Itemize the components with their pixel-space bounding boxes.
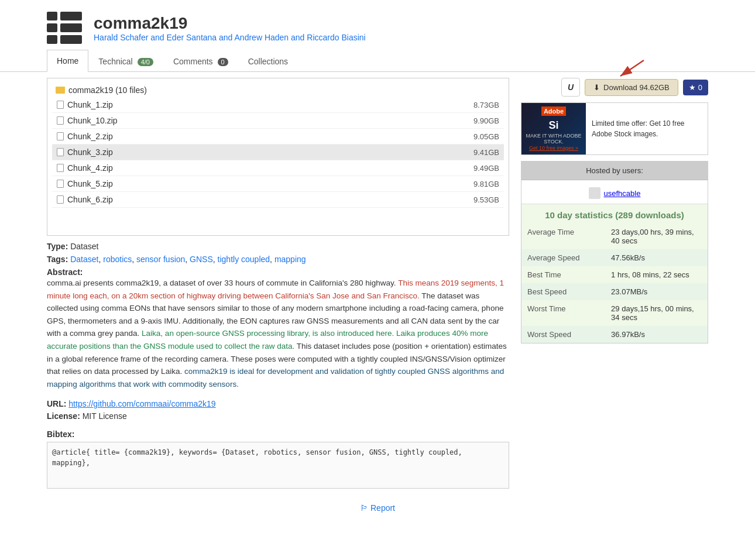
tag-link[interactable]: sensor fusion <box>136 255 185 264</box>
report-link[interactable]: 🏳 Report <box>9 503 746 513</box>
file-row[interactable]: Chunk_4.zip 9.49GB <box>52 160 504 176</box>
url-label: URL: <box>47 399 66 408</box>
stats-row: Worst Time 29 days,15 hrs, 00 mins, 34 s… <box>521 300 708 326</box>
file-name: Chunk_10.zip <box>57 116 118 125</box>
tab-comments[interactable]: Comments 0 <box>163 50 238 72</box>
file-row[interactable]: Chunk_5.zip 9.81GB <box>52 176 504 192</box>
file-name: Chunk_4.zip <box>57 163 113 173</box>
ad-banner: Adobe Si MAKE IT WITH ADOBE STOCK. Get 1… <box>521 102 708 155</box>
stat-label: Worst Speed <box>521 326 605 343</box>
page-header: comma2k19 Harald Schafer and Eder Santan… <box>0 0 755 50</box>
file-size: 9.53GB <box>473 195 499 204</box>
hosted-user-link[interactable]: usefhcable <box>604 189 641 198</box>
file-row-selected[interactable]: Chunk_3.zip 9.41GB <box>52 145 504 160</box>
tab-home[interactable]: Home <box>47 50 88 72</box>
file-row[interactable]: Chunk_10.zip 9.90GB <box>52 113 504 129</box>
tags-label: Tags: <box>47 255 68 264</box>
author-link[interactable]: Andrew Haden <box>235 33 289 42</box>
star-button[interactable]: ★ 0 <box>683 80 708 95</box>
file-label: Chunk_6.zip <box>67 195 113 204</box>
stat-label: Best Time <box>521 266 605 283</box>
tags-line: Tags: Dataset, robotics, sensor fusion, … <box>47 255 509 264</box>
bibtex-box[interactable]: @article{ title= {comma2k19}, keywords= … <box>47 442 509 489</box>
logo-cell <box>60 35 82 44</box>
comments-badge: 0 <box>218 58 228 66</box>
file-size: 9.81GB <box>473 180 499 188</box>
bibtex-label: Bibtex: <box>47 430 74 439</box>
author-link[interactable]: Riccardo Biasini <box>307 33 365 42</box>
stat-value: 23 days,00 hrs, 39 mins, 40 secs <box>605 224 708 249</box>
folder-name: comma2k19 (10 files) <box>68 85 147 95</box>
file-size: 9.05GB <box>473 132 499 141</box>
authors-list: Harald Schafer and Eder Santana and Andr… <box>94 33 366 42</box>
stat-value: 47.56kB/s <box>605 249 708 266</box>
abstract-text: comma.ai presents comma2k19, a dataset o… <box>47 277 509 390</box>
file-icon <box>57 180 64 188</box>
download-button[interactable]: ⬇ Download 94.62GB <box>585 79 678 96</box>
file-size: 9.41GB <box>473 148 499 157</box>
tag-link[interactable]: GNSS <box>190 255 213 264</box>
stat-label: Best Speed <box>521 283 605 300</box>
technical-badge: 4/0 <box>138 58 153 66</box>
ad-image-inner: Adobe Si MAKE IT WITH ADOBE STOCK. Get 1… <box>521 106 586 151</box>
file-name: Chunk_1.zip <box>57 100 113 109</box>
logo-cell <box>47 12 57 20</box>
abstract-label: Abstract: <box>47 267 83 277</box>
hosted-by-label: Hosted by users: <box>586 166 643 175</box>
file-label: Chunk_1.zip <box>67 100 113 109</box>
stats-header: Hosted by users: <box>521 162 708 180</box>
content-area: Type: Dataset Tags: Dataset, robotics, s… <box>47 236 509 494</box>
type-value: Dataset <box>70 242 98 251</box>
stat-value: 29 days,15 hrs, 00 mins, 34 secs <box>605 300 708 326</box>
file-browser[interactable]: comma2k19 (10 files) Chunk_1.zip 8.73GB … <box>47 78 509 236</box>
nav-tabs: Home Technical 4/0 Comments 0 Collection… <box>0 50 755 72</box>
ad-text: Limited time offer: Get 10 free Adobe St… <box>592 119 685 138</box>
ad-image: Adobe Si MAKE IT WITH ADOBE STOCK. Get 1… <box>521 102 586 155</box>
hosted-by-area: usefhcable <box>521 180 708 204</box>
stats-title: 10 day statistics (289 downloads) <box>521 204 708 224</box>
ad-cta-link[interactable]: Get 10 free images » <box>529 145 578 151</box>
stats-row: Average Time 23 days,00 hrs, 39 mins, 40… <box>521 224 708 249</box>
type-line: Type: Dataset <box>47 242 509 251</box>
file-name: Chunk_6.zip <box>57 195 113 204</box>
tag-link[interactable]: Dataset <box>70 255 98 264</box>
file-row[interactable]: Chunk_1.zip 8.73GB <box>52 97 504 113</box>
ad-text-area: Limited time offer: Get 10 free Adobe St… <box>586 112 708 145</box>
folder-icon <box>56 87 65 94</box>
stats-row: Best Speed 23.07MB/s <box>521 283 708 300</box>
tag-link[interactable]: mapping <box>274 255 306 264</box>
file-size: 9.49GB <box>473 164 499 173</box>
stat-label: Worst Time <box>521 300 605 326</box>
file-size: 9.90GB <box>473 116 499 125</box>
stats-row: Best Time 1 hrs, 08 mins, 22 secs <box>521 266 708 283</box>
author-link[interactable]: Harald Schafer <box>94 33 148 42</box>
file-name: Chunk_5.zip <box>57 179 113 188</box>
report-footer[interactable]: 🏳 Report <box>0 494 755 521</box>
tab-collections[interactable]: Collections <box>238 50 298 72</box>
file-icon <box>57 195 64 204</box>
tag-link[interactable]: robotics <box>103 255 132 264</box>
tab-technical[interactable]: Technical 4/0 <box>88 50 163 72</box>
main-layout: comma2k19 (10 files) Chunk_1.zip 8.73GB … <box>0 72 755 494</box>
file-icon <box>57 164 64 172</box>
report-label: Report <box>370 503 395 513</box>
logo-cell <box>47 35 57 44</box>
file-row[interactable]: Chunk_2.zip 9.05GB <box>52 129 504 145</box>
adobe-logo: Adobe <box>541 106 566 116</box>
file-icon <box>57 132 64 140</box>
download-icon: ⬇ <box>593 83 600 92</box>
type-label: Type: <box>47 242 68 251</box>
author-link[interactable]: Eder Santana <box>167 33 217 42</box>
u-button[interactable]: U <box>561 78 580 97</box>
stat-label: Average Time <box>521 224 605 249</box>
file-row[interactable]: Chunk_6.zip 9.53GB <box>52 192 504 208</box>
file-browser-inner: comma2k19 (10 files) Chunk_1.zip 8.73GB … <box>47 78 509 212</box>
url-link[interactable]: https://github.com/commaai/comma2k19 <box>68 399 215 408</box>
tag-link[interactable]: tightly coupled <box>218 255 270 264</box>
flag-icon: 🏳 <box>360 503 368 513</box>
file-label: Chunk_2.zip <box>67 132 113 141</box>
logo-cell <box>60 12 82 20</box>
logo-cell <box>60 23 82 32</box>
u-label: U <box>568 83 574 92</box>
dataset-title: comma2k19 <box>94 14 366 33</box>
